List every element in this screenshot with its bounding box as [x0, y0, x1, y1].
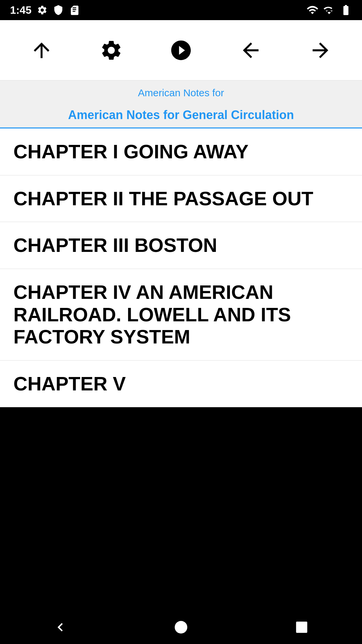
toolbar: [0, 20, 362, 80]
chapter-item-text-5: CHAPTER V: [13, 373, 126, 394]
battery-icon: [340, 4, 352, 16]
chapter-item-5[interactable]: CHAPTER V: [0, 361, 362, 407]
up-button[interactable]: [26, 35, 57, 65]
play-icon: [169, 39, 193, 62]
chapter-item-4[interactable]: CHAPTER IV AN AMERICAN RAILROAD. LOWELL …: [0, 269, 362, 361]
chapter-item-text-4: CHAPTER IV AN AMERICAN RAILROAD. LOWELL …: [13, 281, 291, 347]
status-right: [306, 4, 352, 16]
chapter-item-1[interactable]: CHAPTER I GOING AWAY: [0, 128, 362, 175]
nav-recents-square-icon: [293, 619, 310, 636]
nav-recents-button[interactable]: [288, 614, 315, 641]
shield-status-icon: [53, 5, 64, 15]
sim-status-icon: [69, 5, 80, 15]
svg-point-0: [175, 621, 187, 634]
back-button[interactable]: [236, 35, 266, 65]
nav-home-button[interactable]: [168, 614, 194, 641]
chapter-item-text-2: CHAPTER II THE PASSAGE OUT: [13, 187, 313, 209]
header-small-title: American Notes for: [138, 87, 224, 101]
chapter-item-text-3: CHAPTER III BOSTON: [13, 234, 217, 256]
header-main-title: American Notes for General Circulation: [0, 101, 362, 128]
gear-icon: [100, 39, 123, 62]
status-left: 1:45: [10, 4, 80, 16]
chapter-item-text-1: CHAPTER I GOING AWAY: [13, 141, 248, 162]
content-area: CHAPTER I GOING AWAY CHAPTER II THE PASS…: [0, 128, 362, 407]
chapter-item-3[interactable]: CHAPTER III BOSTON: [0, 222, 362, 269]
settings-button[interactable]: [96, 35, 126, 65]
play-button[interactable]: [166, 35, 196, 65]
nav-back-button[interactable]: [47, 614, 74, 641]
settings-status-icon: [37, 5, 48, 15]
chapter-item-2[interactable]: CHAPTER II THE PASSAGE OUT: [0, 175, 362, 222]
wifi-icon: [306, 4, 318, 16]
forward-button[interactable]: [305, 35, 336, 65]
nav-back-triangle-icon: [52, 619, 69, 636]
status-time: 1:45: [10, 4, 32, 16]
signal-icon: [323, 4, 335, 16]
header-area: American Notes for American Notes for Ge…: [0, 80, 362, 128]
status-bar: 1:45: [0, 0, 362, 20]
nav-home-circle-icon: [173, 619, 189, 636]
svg-rect-1: [296, 622, 307, 633]
forward-arrow-icon: [309, 39, 332, 62]
bottom-nav: [0, 610, 362, 644]
up-arrow-icon: [30, 39, 53, 62]
back-arrow-icon: [239, 39, 262, 62]
